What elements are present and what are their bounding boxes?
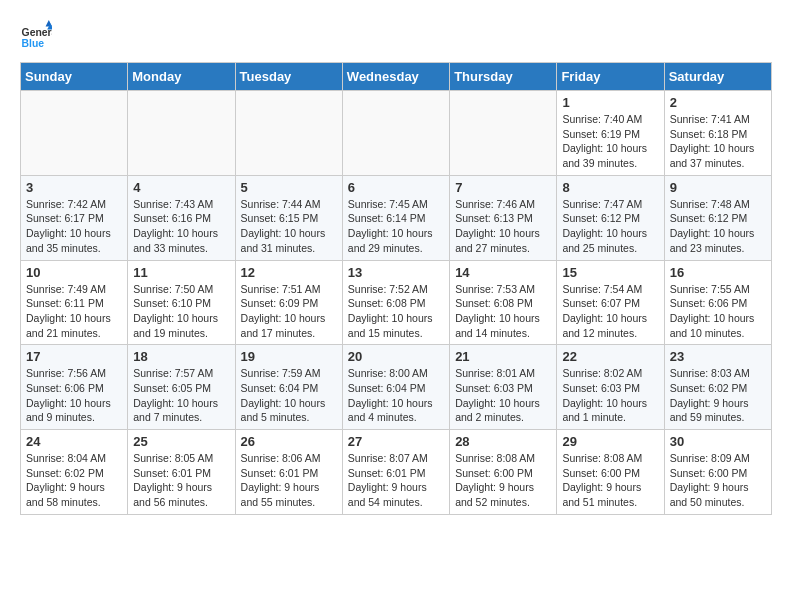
weekday-header-monday: Monday <box>128 63 235 91</box>
calendar-cell: 4Sunrise: 7:43 AMSunset: 6:16 PMDaylight… <box>128 175 235 260</box>
day-number: 19 <box>241 349 337 364</box>
calendar-cell: 1Sunrise: 7:40 AMSunset: 6:19 PMDaylight… <box>557 91 664 176</box>
calendar-cell <box>235 91 342 176</box>
cell-content: Sunrise: 7:41 AMSunset: 6:18 PMDaylight:… <box>670 112 766 171</box>
cell-content: Sunrise: 8:07 AMSunset: 6:01 PMDaylight:… <box>348 451 444 510</box>
logo-icon: General Blue <box>20 20 52 52</box>
calendar-cell: 14Sunrise: 7:53 AMSunset: 6:08 PMDayligh… <box>450 260 557 345</box>
week-row-3: 10Sunrise: 7:49 AMSunset: 6:11 PMDayligh… <box>21 260 772 345</box>
cell-content: Sunrise: 7:52 AMSunset: 6:08 PMDaylight:… <box>348 282 444 341</box>
day-number: 16 <box>670 265 766 280</box>
cell-content: Sunrise: 8:06 AMSunset: 6:01 PMDaylight:… <box>241 451 337 510</box>
cell-content: Sunrise: 7:40 AMSunset: 6:19 PMDaylight:… <box>562 112 658 171</box>
weekday-header-saturday: Saturday <box>664 63 771 91</box>
calendar-cell: 17Sunrise: 7:56 AMSunset: 6:06 PMDayligh… <box>21 345 128 430</box>
calendar-cell: 9Sunrise: 7:48 AMSunset: 6:12 PMDaylight… <box>664 175 771 260</box>
cell-content: Sunrise: 8:04 AMSunset: 6:02 PMDaylight:… <box>26 451 122 510</box>
calendar-cell: 8Sunrise: 7:47 AMSunset: 6:12 PMDaylight… <box>557 175 664 260</box>
cell-content: Sunrise: 7:46 AMSunset: 6:13 PMDaylight:… <box>455 197 551 256</box>
cell-content: Sunrise: 7:56 AMSunset: 6:06 PMDaylight:… <box>26 366 122 425</box>
calendar-cell: 28Sunrise: 8:08 AMSunset: 6:00 PMDayligh… <box>450 430 557 515</box>
calendar-cell <box>21 91 128 176</box>
day-number: 8 <box>562 180 658 195</box>
cell-content: Sunrise: 7:59 AMSunset: 6:04 PMDaylight:… <box>241 366 337 425</box>
day-number: 18 <box>133 349 229 364</box>
calendar-cell: 22Sunrise: 8:02 AMSunset: 6:03 PMDayligh… <box>557 345 664 430</box>
header: General Blue <box>20 20 772 52</box>
weekday-header-thursday: Thursday <box>450 63 557 91</box>
day-number: 21 <box>455 349 551 364</box>
calendar-cell: 7Sunrise: 7:46 AMSunset: 6:13 PMDaylight… <box>450 175 557 260</box>
calendar-cell: 19Sunrise: 7:59 AMSunset: 6:04 PMDayligh… <box>235 345 342 430</box>
cell-content: Sunrise: 8:01 AMSunset: 6:03 PMDaylight:… <box>455 366 551 425</box>
cell-content: Sunrise: 7:43 AMSunset: 6:16 PMDaylight:… <box>133 197 229 256</box>
calendar-cell: 24Sunrise: 8:04 AMSunset: 6:02 PMDayligh… <box>21 430 128 515</box>
svg-text:Blue: Blue <box>22 38 45 49</box>
week-row-1: 1Sunrise: 7:40 AMSunset: 6:19 PMDaylight… <box>21 91 772 176</box>
day-number: 6 <box>348 180 444 195</box>
calendar-table: SundayMondayTuesdayWednesdayThursdayFrid… <box>20 62 772 515</box>
day-number: 14 <box>455 265 551 280</box>
cell-content: Sunrise: 8:08 AMSunset: 6:00 PMDaylight:… <box>562 451 658 510</box>
cell-content: Sunrise: 7:49 AMSunset: 6:11 PMDaylight:… <box>26 282 122 341</box>
week-row-2: 3Sunrise: 7:42 AMSunset: 6:17 PMDaylight… <box>21 175 772 260</box>
cell-content: Sunrise: 8:00 AMSunset: 6:04 PMDaylight:… <box>348 366 444 425</box>
calendar-cell: 27Sunrise: 8:07 AMSunset: 6:01 PMDayligh… <box>342 430 449 515</box>
calendar-cell: 23Sunrise: 8:03 AMSunset: 6:02 PMDayligh… <box>664 345 771 430</box>
cell-content: Sunrise: 7:53 AMSunset: 6:08 PMDaylight:… <box>455 282 551 341</box>
svg-text:General: General <box>22 27 52 38</box>
cell-content: Sunrise: 7:42 AMSunset: 6:17 PMDaylight:… <box>26 197 122 256</box>
day-number: 22 <box>562 349 658 364</box>
weekday-header-sunday: Sunday <box>21 63 128 91</box>
day-number: 4 <box>133 180 229 195</box>
day-number: 5 <box>241 180 337 195</box>
calendar-cell: 25Sunrise: 8:05 AMSunset: 6:01 PMDayligh… <box>128 430 235 515</box>
calendar-cell: 20Sunrise: 8:00 AMSunset: 6:04 PMDayligh… <box>342 345 449 430</box>
cell-content: Sunrise: 7:47 AMSunset: 6:12 PMDaylight:… <box>562 197 658 256</box>
cell-content: Sunrise: 7:55 AMSunset: 6:06 PMDaylight:… <box>670 282 766 341</box>
calendar-cell: 2Sunrise: 7:41 AMSunset: 6:18 PMDaylight… <box>664 91 771 176</box>
calendar-cell <box>342 91 449 176</box>
day-number: 11 <box>133 265 229 280</box>
cell-content: Sunrise: 7:50 AMSunset: 6:10 PMDaylight:… <box>133 282 229 341</box>
day-number: 12 <box>241 265 337 280</box>
week-row-5: 24Sunrise: 8:04 AMSunset: 6:02 PMDayligh… <box>21 430 772 515</box>
day-number: 9 <box>670 180 766 195</box>
calendar-cell: 16Sunrise: 7:55 AMSunset: 6:06 PMDayligh… <box>664 260 771 345</box>
weekday-header-tuesday: Tuesday <box>235 63 342 91</box>
day-number: 20 <box>348 349 444 364</box>
cell-content: Sunrise: 8:02 AMSunset: 6:03 PMDaylight:… <box>562 366 658 425</box>
cell-content: Sunrise: 7:51 AMSunset: 6:09 PMDaylight:… <box>241 282 337 341</box>
day-number: 7 <box>455 180 551 195</box>
cell-content: Sunrise: 7:45 AMSunset: 6:14 PMDaylight:… <box>348 197 444 256</box>
day-number: 3 <box>26 180 122 195</box>
cell-content: Sunrise: 7:48 AMSunset: 6:12 PMDaylight:… <box>670 197 766 256</box>
cell-content: Sunrise: 8:03 AMSunset: 6:02 PMDaylight:… <box>670 366 766 425</box>
calendar-cell: 26Sunrise: 8:06 AMSunset: 6:01 PMDayligh… <box>235 430 342 515</box>
day-number: 10 <box>26 265 122 280</box>
weekday-header-row: SundayMondayTuesdayWednesdayThursdayFrid… <box>21 63 772 91</box>
calendar-cell: 10Sunrise: 7:49 AMSunset: 6:11 PMDayligh… <box>21 260 128 345</box>
day-number: 25 <box>133 434 229 449</box>
calendar-cell: 12Sunrise: 7:51 AMSunset: 6:09 PMDayligh… <box>235 260 342 345</box>
calendar-cell: 29Sunrise: 8:08 AMSunset: 6:00 PMDayligh… <box>557 430 664 515</box>
calendar-cell: 30Sunrise: 8:09 AMSunset: 6:00 PMDayligh… <box>664 430 771 515</box>
day-number: 15 <box>562 265 658 280</box>
day-number: 27 <box>348 434 444 449</box>
logo: General Blue <box>20 20 56 52</box>
day-number: 28 <box>455 434 551 449</box>
week-row-4: 17Sunrise: 7:56 AMSunset: 6:06 PMDayligh… <box>21 345 772 430</box>
calendar-cell: 15Sunrise: 7:54 AMSunset: 6:07 PMDayligh… <box>557 260 664 345</box>
calendar-cell: 13Sunrise: 7:52 AMSunset: 6:08 PMDayligh… <box>342 260 449 345</box>
day-number: 1 <box>562 95 658 110</box>
cell-content: Sunrise: 8:05 AMSunset: 6:01 PMDaylight:… <box>133 451 229 510</box>
weekday-header-wednesday: Wednesday <box>342 63 449 91</box>
cell-content: Sunrise: 7:57 AMSunset: 6:05 PMDaylight:… <box>133 366 229 425</box>
calendar-cell: 21Sunrise: 8:01 AMSunset: 6:03 PMDayligh… <box>450 345 557 430</box>
cell-content: Sunrise: 7:54 AMSunset: 6:07 PMDaylight:… <box>562 282 658 341</box>
calendar-cell: 18Sunrise: 7:57 AMSunset: 6:05 PMDayligh… <box>128 345 235 430</box>
day-number: 24 <box>26 434 122 449</box>
day-number: 13 <box>348 265 444 280</box>
calendar-cell: 6Sunrise: 7:45 AMSunset: 6:14 PMDaylight… <box>342 175 449 260</box>
day-number: 30 <box>670 434 766 449</box>
